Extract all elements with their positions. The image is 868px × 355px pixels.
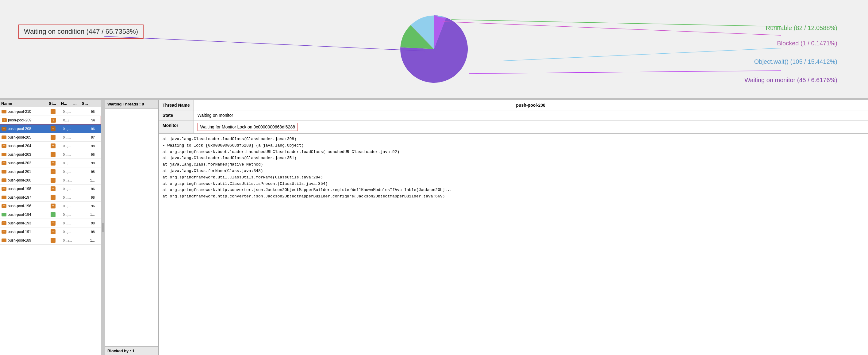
thread-row[interactable]: T push-pool-196 T 0...j... 96: [0, 202, 101, 210]
thread-name: push-pool-197: [8, 195, 51, 200]
svg-text:T: T: [3, 196, 5, 199]
thread-row[interactable]: T push-pool-210 T 0...j... 96: [0, 107, 101, 116]
svg-text:T: T: [3, 179, 5, 182]
thread-name: push-pool-191: [8, 230, 51, 234]
thread-state-cell: T: [51, 178, 63, 183]
thread-list-header: Name St... N... ... S...: [0, 100, 101, 107]
thread-n: 0...j...: [63, 153, 75, 156]
thread-name: push-pool-200: [8, 178, 51, 183]
pie-container: Waiting on condition (447 / 65.7353%): [0, 0, 868, 98]
svg-text:T: T: [52, 230, 54, 234]
thread-s: 96: [84, 127, 95, 131]
svg-text:T: T: [52, 188, 54, 191]
svg-text:T: T: [3, 145, 5, 148]
svg-text:T: T: [52, 162, 54, 165]
thread-state-icon-small: T: [51, 135, 56, 140]
thread-state-icon: T: [1, 230, 7, 234]
thread-state-cell: T: [51, 238, 63, 243]
thread-detail-panel: Thread Name push-pool-208 State Waiting …: [159, 100, 868, 355]
thread-state-icon-small: T: [51, 109, 56, 114]
svg-line-1: [452, 20, 781, 26]
thread-s: 1...: [84, 179, 95, 182]
thread-name: push-pool-210: [8, 109, 51, 114]
monitor-value-cell: Waiting for Monitor Lock on 0x0000000668…: [193, 121, 868, 134]
svg-text:T: T: [3, 188, 5, 190]
svg-line-0: [104, 36, 426, 51]
thread-n: 0...j...: [63, 144, 75, 148]
thread-row[interactable]: T push-pool-202 T 0...j... 98: [0, 159, 101, 167]
svg-text:T: T: [3, 153, 5, 156]
thread-state-icon: T: [1, 169, 7, 174]
thread-row[interactable]: T push-pool-204 T 0...j... 98: [0, 142, 101, 150]
panel-resize-handle[interactable]: [101, 100, 105, 355]
thread-row[interactable]: T push-pool-203 T 0...j... 96: [0, 150, 101, 159]
thread-name: push-pool-203: [8, 152, 51, 157]
thread-n: 0...j...: [63, 127, 75, 131]
thread-state-cell: T: [51, 109, 63, 114]
col-name-header: Name: [1, 101, 49, 106]
thread-s: 97: [84, 135, 95, 139]
thread-state-icon: T: [1, 195, 7, 200]
thread-state-cell: T: [51, 203, 63, 208]
thread-row[interactable]: T push-pool-193 T 0...j... 98: [0, 219, 101, 227]
thread-s: 98: [84, 196, 95, 199]
thread-row[interactable]: T push-pool-189 T 0...s... 1...: [0, 236, 101, 245]
monitor-label: Monitor: [159, 121, 194, 134]
thread-row[interactable]: T push-pool-208 T 0...j... 96: [0, 125, 101, 133]
stack-trace-line: at java.lang.ClassLoader.loadClass(Class…: [162, 136, 864, 142]
thread-state-icon: T: [1, 152, 7, 157]
thread-row[interactable]: T push-pool-191 T 0...j... 98: [0, 227, 101, 236]
waiting-condition-label: Waiting on condition (447 / 65.7353%): [19, 25, 144, 39]
thread-s: 1...: [84, 213, 95, 217]
thread-s: 96: [84, 118, 95, 122]
stack-trace-line: at org.springframework.boot.loader.Launc…: [162, 149, 864, 155]
waiting-panel-header: Waiting Threads : 0: [105, 100, 158, 108]
col-st-header: St...: [49, 101, 61, 106]
thread-row[interactable]: T push-pool-197 T 0...j... 98: [0, 193, 101, 202]
thread-state-icon: T: [1, 187, 7, 191]
thread-state-cell: T: [51, 118, 63, 123]
thread-row[interactable]: T push-pool-205 T 0...j... 97: [0, 133, 101, 142]
thread-state-icon: T: [2, 118, 7, 122]
thread-state-cell: T: [51, 152, 63, 157]
col-dots-header: ...: [73, 101, 82, 106]
svg-text:T: T: [3, 170, 5, 173]
thread-state-cell: T: [51, 143, 63, 149]
thread-name: push-pool-202: [8, 161, 51, 165]
svg-text:T: T: [3, 230, 5, 233]
thread-state-icon: T: [1, 127, 7, 131]
blocked-by-label: Blocked by : 1: [105, 347, 158, 355]
waiting-panel-body: [105, 108, 158, 347]
thread-n: 0...s...: [63, 238, 75, 242]
thread-name: push-pool-204: [8, 144, 51, 148]
stack-trace-line: at java.lang.Class.forName0(Native Metho…: [162, 162, 864, 168]
thread-n: 0...j...: [63, 230, 75, 234]
svg-text:T: T: [52, 128, 54, 131]
thread-state-icon-small: T: [51, 152, 56, 157]
svg-text:T: T: [3, 136, 5, 139]
thread-name: push-pool-189: [8, 238, 51, 243]
svg-text:T: T: [3, 205, 5, 207]
thread-n: 0...j...: [63, 204, 75, 208]
svg-text:T: T: [52, 136, 54, 139]
thread-row[interactable]: T push-pool-200 T 0...s... 1...: [0, 176, 101, 185]
thread-list-body[interactable]: T push-pool-210 T 0...j... 96 T push-poo…: [0, 107, 101, 355]
thread-row[interactable]: T push-pool-201 T 0...j... 98: [0, 167, 101, 176]
thread-name: push-pool-205: [8, 135, 51, 139]
stack-trace-line: at org.springframework.http.converter.js…: [162, 187, 864, 193]
thread-state-icon: T: [1, 135, 7, 139]
svg-text:T: T: [52, 153, 54, 156]
svg-text:T: T: [53, 119, 54, 122]
thread-name: push-pool-196: [8, 204, 51, 208]
stack-trace-area[interactable]: at java.lang.ClassLoader.loadClass(Class…: [159, 134, 868, 355]
svg-text:T: T: [3, 239, 5, 242]
thread-row[interactable]: T push-pool-209 T 0...j... 96: [0, 116, 101, 125]
thread-s: 96: [84, 187, 95, 191]
svg-text:T: T: [3, 110, 5, 113]
svg-text:T: T: [52, 213, 54, 217]
stack-trace-line: at org.springframework.util.ClassUtils.f…: [162, 174, 864, 181]
waiting-panel: Waiting Threads : 0 Blocked by : 1: [105, 100, 159, 355]
thread-row[interactable]: T push-pool-198 T 0...j... 96: [0, 185, 101, 193]
thread-row[interactable]: T push-pool-194 T 0...j... 1...: [0, 210, 101, 219]
thread-name-value: push-pool-208: [193, 100, 868, 110]
